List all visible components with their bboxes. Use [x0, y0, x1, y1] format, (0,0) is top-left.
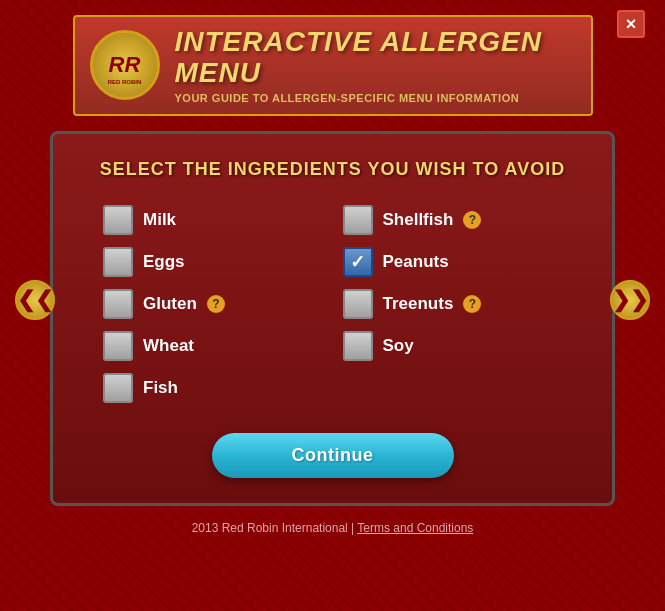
logo: RR RED ROBIN: [90, 30, 160, 100]
ingredient-label-peanuts: Peanuts: [383, 252, 449, 272]
header-box: RR RED ROBIN INTERACTIVE ALLERGEN MENU Y…: [73, 15, 593, 116]
continue-btn-wrapper: Continue: [83, 433, 582, 478]
left-arrow-circle: ❮❮: [15, 280, 55, 320]
ingredient-label-eggs: Eggs: [143, 252, 185, 272]
right-arrow-circle: ❯❯: [610, 280, 650, 320]
logo-circle: RR RED ROBIN: [90, 30, 160, 100]
header-area: RR RED ROBIN INTERACTIVE ALLERGEN MENU Y…: [0, 0, 665, 126]
panel-heading: SELECT THE INGREDIENTS YOU WISH TO AVOID: [83, 159, 582, 180]
ingredient-item-peanuts[interactable]: Peanuts: [343, 247, 563, 277]
app-title: INTERACTIVE ALLERGEN MENU: [175, 27, 576, 89]
ingredient-item-gluten[interactable]: Gluten?: [103, 289, 323, 319]
checkbox-eggs[interactable]: [103, 247, 133, 277]
checkbox-treenuts[interactable]: [343, 289, 373, 319]
ingredient-label-treenuts: Treenuts: [383, 294, 454, 314]
footer: 2013 Red Robin International | Terms and…: [192, 521, 474, 535]
checkbox-peanuts[interactable]: [343, 247, 373, 277]
header-text: INTERACTIVE ALLERGEN MENU YOUR GUIDE TO …: [175, 27, 576, 104]
nav-arrow-left[interactable]: ❮❮: [15, 280, 55, 320]
logo-text: RR: [109, 54, 141, 76]
main-panel: SELECT THE INGREDIENTS YOU WISH TO AVOID…: [50, 131, 615, 506]
footer-terms-link[interactable]: Terms and Conditions: [357, 521, 473, 535]
ingredient-label-fish: Fish: [143, 378, 178, 398]
nav-arrow-right[interactable]: ❯❯: [610, 280, 650, 320]
ingredient-item-shellfish[interactable]: Shellfish?: [343, 205, 563, 235]
ingredient-label-milk: Milk: [143, 210, 176, 230]
logo-subtext: RED ROBIN: [93, 79, 157, 85]
checkbox-milk[interactable]: [103, 205, 133, 235]
ingredient-item-fish[interactable]: Fish: [103, 373, 323, 403]
ingredient-label-wheat: Wheat: [143, 336, 194, 356]
checkbox-gluten[interactable]: [103, 289, 133, 319]
checkbox-shellfish[interactable]: [343, 205, 373, 235]
info-icon-gluten[interactable]: ?: [207, 295, 225, 313]
ingredient-item-wheat[interactable]: Wheat: [103, 331, 323, 361]
info-icon-treenuts[interactable]: ?: [463, 295, 481, 313]
checkbox-wheat[interactable]: [103, 331, 133, 361]
continue-button[interactable]: Continue: [212, 433, 454, 478]
ingredients-grid: MilkShellfish?EggsPeanutsGluten?Treenuts…: [83, 205, 582, 403]
app-subtitle: YOUR GUIDE TO ALLERGEN-SPECIFIC MENU INF…: [175, 92, 576, 104]
info-icon-shellfish[interactable]: ?: [463, 211, 481, 229]
ingredient-item-soy[interactable]: Soy: [343, 331, 563, 361]
ingredient-label-shellfish: Shellfish: [383, 210, 454, 230]
checkbox-fish[interactable]: [103, 373, 133, 403]
ingredient-item-eggs[interactable]: Eggs: [103, 247, 323, 277]
ingredient-item-milk[interactable]: Milk: [103, 205, 323, 235]
footer-copyright: 2013 Red Robin International |: [192, 521, 358, 535]
ingredient-item-treenuts[interactable]: Treenuts?: [343, 289, 563, 319]
ingredient-label-soy: Soy: [383, 336, 414, 356]
ingredient-label-gluten: Gluten: [143, 294, 197, 314]
checkbox-soy[interactable]: [343, 331, 373, 361]
